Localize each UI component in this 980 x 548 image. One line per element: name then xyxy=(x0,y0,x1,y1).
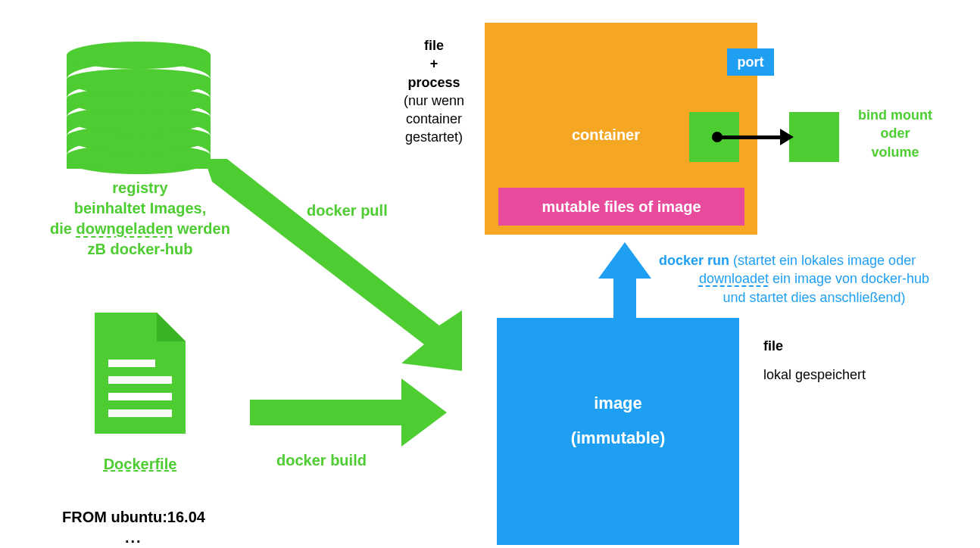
docker-pull-label: docker pull xyxy=(307,201,388,221)
mount-target-square xyxy=(789,112,839,162)
dockerfile-caption: Dockerfile xyxy=(91,454,189,475)
port-label: port xyxy=(738,54,764,70)
mutable-files-bar: mutable files of image xyxy=(498,188,744,226)
container-side-label: file + process (nur wenn container gesta… xyxy=(385,36,483,147)
docker-pull-arrow xyxy=(204,159,485,394)
docker-build-label: docker build xyxy=(276,450,367,471)
image-box: image (immutable) xyxy=(497,318,739,545)
docker-run-arrow xyxy=(598,242,666,318)
docker-run-label: docker run (startet ein lokales image od… xyxy=(659,251,969,307)
port-box: port xyxy=(727,48,774,76)
mount-arrow xyxy=(712,130,795,145)
image-label-l2: (immutable) xyxy=(571,428,666,448)
image-label-l1: image xyxy=(594,394,642,413)
mutable-files-label: mutable files of image xyxy=(541,198,701,216)
dockerfile-code-dots: ... xyxy=(125,528,142,548)
dockerfile-code-from: FROM ubuntu:16.04 xyxy=(62,507,205,528)
container-label: container xyxy=(572,125,640,145)
registry-database-icon xyxy=(67,42,211,174)
svg-marker-0 xyxy=(204,159,462,371)
dockerfile-icon xyxy=(95,313,186,434)
mount-label: bind mount oder volume xyxy=(842,106,948,161)
image-side-label: file lokal gespeichert xyxy=(763,337,930,385)
